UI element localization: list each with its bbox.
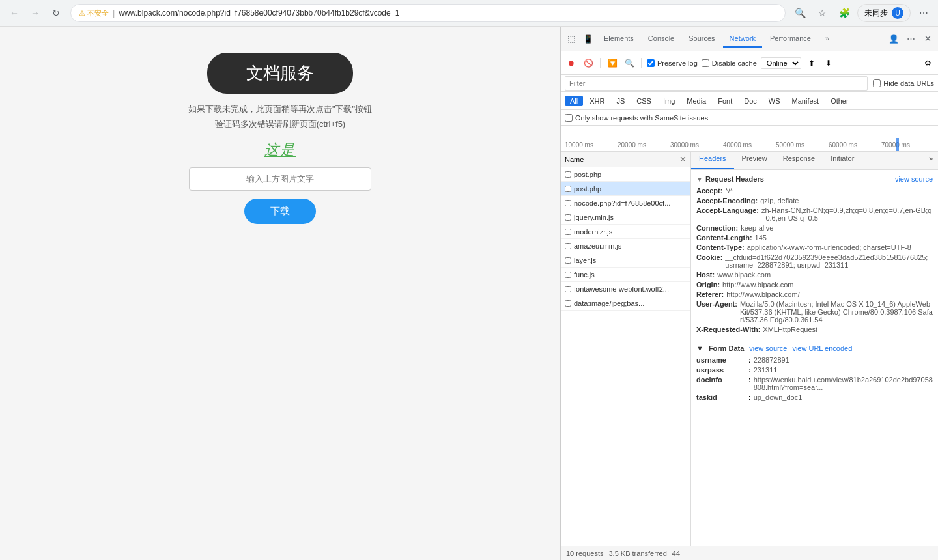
filter-img[interactable]: Img (658, 96, 680, 106)
tab-more[interactable]: » (819, 31, 836, 48)
sync-button[interactable]: 未同步 U (857, 4, 911, 22)
filter-ws[interactable]: WS (763, 96, 786, 106)
search-button[interactable]: 🔍 (791, 4, 809, 22)
filter-media[interactable]: Media (681, 96, 711, 106)
filter-xhr[interactable]: XHR (584, 96, 610, 106)
header-colon-content-type: : (742, 244, 745, 251)
tab-elements[interactable]: Elements (597, 31, 640, 48)
devtools-settings-icon[interactable]: 👤 (886, 31, 902, 47)
form-view-source-link[interactable]: view source (749, 344, 787, 352)
hide-data-urls-checkbox[interactable] (873, 79, 881, 87)
row-checkbox-post1[interactable] (565, 171, 571, 178)
row-checkbox-post2[interactable] (565, 186, 571, 192)
row-checkbox-nocode[interactable] (565, 200, 571, 206)
filter-font[interactable]: Font (713, 96, 737, 106)
settings-gear-icon[interactable]: ⚙ (921, 57, 934, 70)
filter-other[interactable]: Other (825, 96, 854, 106)
form-value-docinfo: https://wenku.baidu.com/view/81b2a269102… (754, 376, 933, 391)
throttle-dropdown[interactable]: Online (761, 57, 801, 69)
download-button[interactable]: 下载 (244, 199, 316, 224)
row-checkbox-modernizr[interactable] (565, 229, 571, 235)
network-row-nocode[interactable]: nocode.php?id=f76858e00cf... (561, 196, 690, 210)
reload-button[interactable]: ↻ (47, 4, 65, 22)
row-checkbox-layer[interactable] (565, 257, 571, 264)
record-button[interactable]: ⏺ (565, 57, 578, 70)
filter-manifest[interactable]: Manifest (787, 96, 825, 106)
header-value-connection: keep-alive (741, 224, 933, 232)
filter-doc[interactable]: Doc (739, 96, 762, 106)
header-value-cookie: __cfduid=d1f622d7023592390eeee3dad521ed3… (725, 253, 933, 269)
header-cookie: Cookie : __cfduid=d1f622d7023592390eeee3… (696, 253, 933, 269)
disable-cache-checkbox[interactable] (702, 59, 709, 67)
network-row-modernizr[interactable]: modernizr.js (561, 225, 690, 239)
tab-preview[interactable]: Preview (734, 152, 775, 169)
view-source-link[interactable]: view source (895, 175, 933, 183)
filter-input[interactable] (565, 76, 868, 91)
header-colon-cookie: : (720, 253, 723, 269)
same-site-row: Only show requests with SameSite issues (561, 110, 938, 126)
row-checkbox-fontawesome[interactable] (565, 286, 571, 292)
network-row-post1[interactable]: post.php (561, 167, 690, 182)
forward-button[interactable]: → (26, 4, 44, 22)
page-inner: 文档服务 如果下载未完成，此页面稍等再次点击"下载"按钮 验证码多次错误请刷新页… (188, 53, 372, 224)
form-name-taskid: taskid (696, 393, 748, 401)
download-icon[interactable]: ⬇ (822, 57, 835, 70)
row-checkbox-dataimage[interactable] (565, 300, 571, 307)
header-colon-connection: : (736, 224, 739, 232)
tab-more-icon[interactable]: » (924, 152, 938, 169)
header-colon-x-requested-with: : (758, 326, 761, 333)
devtools-device-icon[interactable]: 📱 (580, 31, 596, 47)
network-row-amazeui[interactable]: amazeui.min.js (561, 239, 690, 253)
devtools-status-bar: 10 requests 3.5 KB transferred 44 (561, 546, 938, 560)
search-network-button[interactable]: 🔍 (623, 57, 636, 70)
tab-console[interactable]: Console (642, 31, 681, 48)
tab-response[interactable]: Response (775, 152, 823, 169)
bookmark-button[interactable]: ☆ (813, 4, 831, 22)
same-site-checkbox[interactable] (565, 114, 573, 122)
row-checkbox-jquery[interactable] (565, 214, 571, 221)
preserve-log-checkbox[interactable] (647, 59, 655, 67)
tab-sources[interactable]: Sources (682, 31, 721, 48)
back-button[interactable]: ← (5, 4, 23, 22)
row-name-post1: post.php (574, 171, 601, 178)
name-column-header: Name ✕ (561, 152, 690, 167)
hide-data-urls-label[interactable]: Hide data URLs (873, 79, 934, 87)
filter-all[interactable]: All (565, 96, 583, 106)
tab-network[interactable]: Network (723, 31, 762, 48)
menu-button[interactable]: ⋯ (915, 4, 933, 22)
network-row-post2[interactable]: post.php (561, 182, 690, 196)
captcha-input[interactable] (189, 167, 371, 191)
network-filter-bar: All XHR JS CSS Img Media Font Doc WS Man… (561, 92, 938, 110)
filter-css[interactable]: CSS (631, 96, 657, 106)
row-checkbox-amazeui[interactable] (565, 243, 571, 249)
form-value-taskid: up_down_doc1 (754, 393, 933, 401)
form-row-taskid: taskid : up_down_doc1 (696, 393, 933, 401)
devtools-more-icon[interactable]: ⋯ (903, 31, 918, 47)
network-row-fontawesome[interactable]: fontawesome-webfont.woff2... (561, 282, 690, 296)
devtools-close-icon[interactable]: ✕ (920, 31, 935, 47)
network-row-jquery[interactable]: jquery.min.js (561, 210, 690, 225)
row-checkbox-func[interactable] (565, 272, 571, 278)
address-bar[interactable]: ⚠ 不安全 | www.blpack.com/nocode.php?id=f76… (70, 4, 786, 22)
tab-initiator[interactable]: Initiator (823, 152, 862, 169)
extensions-button[interactable]: 🧩 (835, 4, 853, 22)
filter-icon-button[interactable]: 🔽 (606, 57, 619, 70)
form-view-url-encoded-link[interactable]: view URL encoded (792, 344, 852, 352)
disable-cache-label[interactable]: Disable cache (702, 59, 757, 67)
tab-headers[interactable]: Headers (691, 152, 734, 169)
devtools-inspect-icon[interactable]: ⬚ (563, 31, 579, 47)
tab-performance[interactable]: Performance (763, 31, 817, 48)
filter-js[interactable]: JS (611, 96, 630, 106)
network-row-func[interactable]: func.js (561, 268, 690, 282)
upload-icon[interactable]: ⬆ (805, 57, 818, 70)
close-detail-button[interactable]: ✕ (679, 154, 687, 164)
header-referer: Referer : http://www.blpack.com/ (696, 290, 933, 298)
network-row-dataimage[interactable]: data:image/jpeg;bas... (561, 296, 690, 311)
same-site-label[interactable]: Only show requests with SameSite issues (565, 114, 708, 122)
clear-button[interactable]: 🚫 (582, 57, 595, 70)
form-data-title[interactable]: ▼ Form Data view source view URL encoded (696, 344, 933, 352)
preserve-log-label[interactable]: Preserve log (647, 59, 698, 67)
header-name-origin: Origin (696, 281, 717, 288)
request-headers-title[interactable]: ▼ Request Headers view source (696, 175, 933, 183)
network-row-layer[interactable]: layer.js (561, 253, 690, 268)
